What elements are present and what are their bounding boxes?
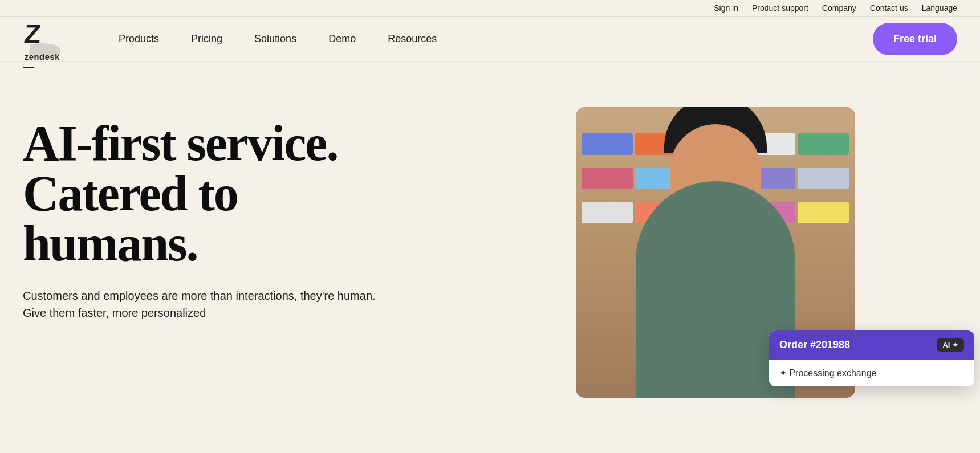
language-link[interactable]: Language [922,3,957,13]
primary-nav: Products Pricing Solutions Demo Resource… [103,17,873,61]
ai-card-body: ✦ Processing exchange [769,360,974,386]
zendesk-logo-icon: Z zendesk [23,16,68,62]
sub-nav-dash [23,67,34,68]
cta-area: Free trial [873,23,957,55]
nav-pricing[interactable]: Pricing [175,17,238,61]
contact-us-link[interactable]: Contact us [870,3,908,13]
shoe-item [798,202,849,223]
main-navigation: Z zendesk Products Pricing Solutions Dem… [0,17,980,62]
order-number: Order #201988 [779,339,850,351]
sub-nav-indicator [0,62,980,73]
hero-text-area: AI-first service. Catered to humans. Cus… [23,107,450,321]
nav-resources[interactable]: Resources [372,17,453,61]
hero-headline-line2: Catered to [23,166,238,221]
company-link[interactable]: Company [822,3,856,13]
sign-in-link[interactable]: Sign in [714,3,738,13]
ai-card-header: Order #201988 AI ✦ [769,330,974,360]
hero-headline: AI-first service. Catered to humans. [23,119,450,269]
logo[interactable]: Z zendesk [23,16,68,62]
top-utility-bar: Sign in Product support Company Contact … [0,0,980,17]
hero-image-area: Order #201988 AI ✦ ✦ Processing exchange [473,107,957,398]
svg-text:zendesk: zendesk [25,52,60,62]
shoe-item [582,202,633,223]
shoe-item [798,133,849,155]
nav-demo[interactable]: Demo [312,17,372,61]
nav-solutions[interactable]: Solutions [238,17,312,61]
shoe-item [582,168,633,189]
product-support-link[interactable]: Product support [752,3,808,13]
hero-headline-line3: humans. [23,216,197,271]
free-trial-button[interactable]: Free trial [873,23,957,55]
ai-badge: AI ✦ [937,338,964,352]
processing-text: ✦ Processing exchange [779,368,876,378]
nav-products[interactable]: Products [103,17,175,61]
hero-section: AI-first service. Catered to humans. Cus… [0,73,980,415]
hero-headline-line1: AI-first service. [23,116,337,171]
shoe-item [798,168,849,189]
hero-subtext: Customers and employees are more than in… [23,287,388,321]
shoe-item [582,133,633,155]
ai-order-card: Order #201988 AI ✦ ✦ Processing exchange [769,330,974,386]
